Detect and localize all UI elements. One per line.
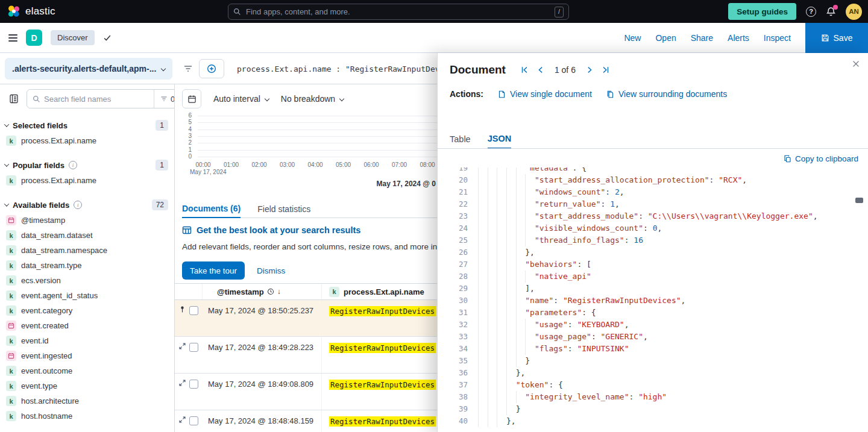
field-item[interactable]: kprocess.Ext.api.name — [5, 133, 168, 148]
date-type-icon — [6, 321, 16, 331]
nav-inspect[interactable]: Inspect — [764, 33, 791, 43]
indent-guides — [478, 283, 525, 295]
global-search[interactable]: / — [228, 4, 569, 20]
field-item[interactable]: kdata_stream.dataset — [5, 228, 168, 243]
tab-json[interactable]: JSON — [488, 129, 512, 149]
header-api-name[interactable]: k process.Ext.api.name — [322, 284, 437, 299]
table-row[interactable]: May 17, 2024 @ 18:49:28.223RegisterRawIn… — [175, 337, 437, 374]
sort-desc-icon[interactable]: ↓ — [277, 287, 281, 296]
nav-share[interactable]: Share — [691, 33, 713, 43]
row-checkbox[interactable] — [189, 380, 198, 389]
field-list-icon[interactable] — [5, 89, 23, 108]
row-controls — [175, 374, 203, 410]
table-row[interactable]: May 17, 2024 @ 18:50:25.237RegisterRawIn… — [175, 300, 437, 337]
notifications-button[interactable] — [826, 7, 836, 17]
copy-to-clipboard-link[interactable]: Copy to clipboard — [784, 154, 858, 163]
last-page-icon[interactable] — [602, 66, 610, 74]
row-checkbox[interactable] — [189, 416, 198, 425]
token-p: } — [516, 404, 521, 413]
json-editor[interactable]: 19"metadata": {20"start_address_allocati… — [445, 167, 854, 432]
add-filter-button[interactable] — [199, 59, 224, 78]
field-item[interactable]: kdata_stream.namespace — [5, 243, 168, 258]
row-checkbox[interactable] — [189, 306, 198, 315]
token-p: : { — [549, 380, 562, 389]
expand-icon[interactable] — [178, 416, 186, 424]
expand-icon[interactable] — [178, 342, 186, 350]
interval-select[interactable]: Auto interval — [213, 94, 269, 104]
field-count-badge: 72 — [152, 199, 168, 210]
field-search-input[interactable] — [44, 95, 150, 104]
help-icon[interactable]: ? — [806, 7, 816, 17]
field-section-header[interactable]: Selected fields1 — [5, 117, 168, 133]
field-name: process.Ext.api.name — [21, 136, 96, 145]
histogram-settings-button[interactable] — [182, 89, 201, 108]
view-single-document-link[interactable]: View single document — [498, 89, 592, 99]
indent-guides — [478, 222, 535, 234]
line-content: }, — [478, 367, 525, 379]
field-filter-button[interactable]: 0 — [154, 90, 175, 108]
avatar[interactable]: AN — [846, 4, 862, 20]
view-surrounding-documents-link[interactable]: View surrounding documents — [606, 89, 727, 99]
line-number: 20 — [445, 174, 478, 186]
breakdown-select[interactable]: No breakdown — [281, 94, 344, 104]
table-row[interactable]: May 17, 2024 @ 18:49:08.809RegisterRawIn… — [175, 374, 437, 410]
line-number: 30 — [445, 295, 478, 307]
flyout-tabs: Table JSON — [450, 129, 511, 149]
next-page-icon[interactable] — [585, 66, 594, 74]
timestamp-cell: May 17, 2024 @ 18:49:28.223 — [203, 337, 322, 373]
filter-icon[interactable] — [183, 64, 193, 74]
nav-alerts[interactable]: Alerts — [728, 33, 749, 43]
field-item[interactable]: kevent.outcome — [5, 363, 168, 378]
field-item[interactable]: khost.architecture — [5, 393, 168, 409]
field-item[interactable]: kecs.version — [5, 273, 168, 288]
field-item[interactable]: event.created — [5, 318, 168, 333]
setup-guides-button[interactable]: Setup guides — [728, 3, 796, 20]
highlighted-value: RegisterRawInputDevices — [329, 416, 436, 427]
field-item[interactable]: @timestamp — [5, 213, 168, 228]
scrollbar-thumb[interactable] — [855, 198, 863, 203]
breadcrumb[interactable]: Discover — [51, 30, 95, 45]
field-search[interactable]: 0 — [27, 89, 175, 108]
tab-documents[interactable]: Documents (6) — [182, 200, 241, 218]
pin-icon[interactable] — [178, 305, 186, 313]
highlighted-value: RegisterRawInputDevices — [329, 343, 436, 353]
space-badge[interactable]: D — [26, 30, 42, 46]
save-button[interactable]: Save — [805, 23, 868, 53]
dismiss-link[interactable]: Dismiss — [257, 266, 285, 275]
field-item[interactable]: kevent.id — [5, 333, 168, 348]
global-search-input[interactable] — [246, 7, 550, 16]
tab-table[interactable]: Table — [450, 129, 471, 149]
field-item[interactable]: khost.hostname — [5, 409, 168, 424]
nav-open[interactable]: Open — [655, 33, 676, 43]
field-item[interactable]: kdata_stream.type — [5, 258, 168, 273]
field-item[interactable]: kevent.type — [5, 378, 168, 393]
row-checkbox[interactable] — [189, 343, 198, 352]
data-view-picker[interactable]: .alerts-security.alerts-default,apm-... — [5, 58, 172, 80]
field-section-header[interactable]: Popular fieldsi1 — [5, 157, 168, 173]
token-p: ], — [525, 284, 535, 293]
menu-icon[interactable] — [8, 34, 17, 42]
query-input[interactable]: process.Ext.api.name : "RegisterRawInput… — [231, 59, 437, 78]
line-content: "token": { — [478, 379, 563, 391]
close-icon[interactable] — [852, 60, 860, 68]
y-tick-label: 0 — [180, 153, 192, 160]
expand-icon[interactable] — [178, 379, 186, 387]
first-page-icon[interactable] — [520, 66, 529, 74]
line-content: } — [478, 403, 520, 415]
field-section-header[interactable]: Available fieldsi72 — [5, 197, 168, 213]
table-row[interactable]: May 17, 2024 @ 18:48:48.159RegisterRawIn… — [175, 410, 437, 432]
field-section: Available fieldsi72@timestampkdata_strea… — [5, 197, 168, 424]
field-section: Selected fields1kprocess.Ext.api.name — [5, 117, 168, 148]
field-item[interactable]: kprocess.Ext.api.name — [5, 173, 168, 188]
field-item[interactable]: event.ingested — [5, 348, 168, 363]
header-timestamp[interactable]: @timestamp ↓ — [203, 284, 322, 299]
nav-new[interactable]: New — [624, 33, 641, 43]
field-item[interactable]: kevent.agent_id_status — [5, 288, 168, 303]
elastic-home-link[interactable]: elastic — [7, 5, 55, 18]
field-item[interactable]: kevent.category — [5, 303, 168, 318]
take-tour-button[interactable]: Take the tour — [182, 261, 245, 280]
tab-field-statistics[interactable]: Field statistics — [257, 200, 310, 218]
field-name: data_stream.dataset — [21, 231, 93, 240]
prev-page-icon[interactable] — [536, 66, 545, 74]
keyword-type-icon: k — [6, 305, 16, 316]
